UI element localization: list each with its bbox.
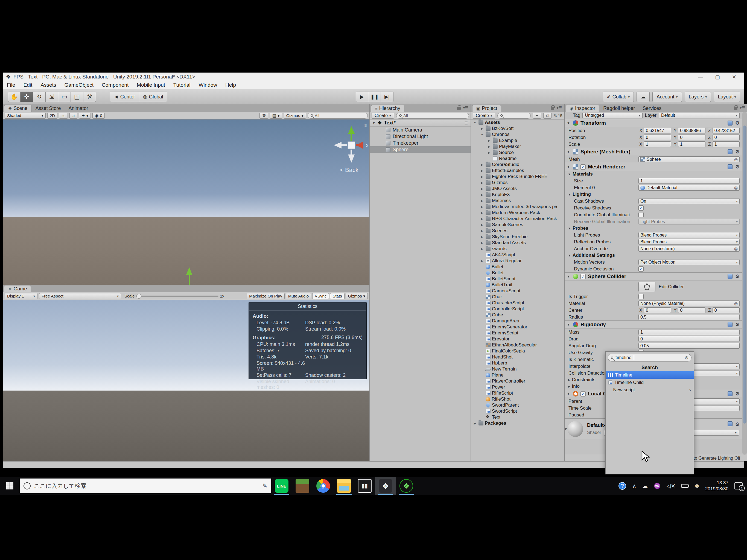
lock-icon[interactable] [551,107,554,110]
project-item-scenes[interactable]: ▶Scenes [471,228,564,234]
hidden-objects-toggle[interactable]: ◉0 [93,113,104,119]
project-item-playmaker[interactable]: ▶PlayMaker [471,144,564,150]
game-button-stats[interactable]: Stats [330,293,344,299]
taskbar-app-line-icon[interactable]: LINE [271,477,292,495]
checkbox[interactable] [639,212,644,218]
project-item-camerascript[interactable]: CameraScript [471,288,564,294]
vector-field[interactable]: 0.9838886 [678,128,705,133]
foldout-icon[interactable]: ▶ [480,187,484,190]
gizmo-back-label[interactable]: < Back [340,167,358,174]
foldout-icon[interactable]: ▼ [567,165,571,169]
object-picker-icon[interactable]: ◎ [734,185,738,190]
tab-services[interactable]: Services [639,105,665,112]
project-item-headshot[interactable]: HeadShot [471,354,564,360]
layer-dropdown[interactable]: Default▾ [659,113,740,119]
foldout-icon[interactable]: ▶ [480,181,484,184]
project-item-example[interactable]: ▶Example [471,137,564,144]
taskbar-app-file-explorer-icon[interactable] [334,477,354,495]
vector-field[interactable]: 0 [713,134,740,140]
object-picker-icon[interactable]: ◎ [734,246,738,251]
tool-button-4[interactable]: ▭ [58,92,71,102]
project-item-swordscript[interactable]: SwordScript [471,408,564,414]
presets-icon[interactable] [728,149,732,154]
component-enabled-checkbox[interactable]: ✓ [581,164,586,170]
effects-dropdown[interactable]: ✦▾ [79,113,91,119]
vector-field[interactable]: 1 [644,142,671,147]
dropdown-field[interactable]: Blend Probes▾ [639,239,740,245]
text-field[interactable]: 0 [639,336,740,342]
pivot-toggle-button[interactable]: ◄Center [110,92,139,102]
foldout-icon[interactable]: ▶ [480,259,484,263]
project-item-bullettrail[interactable]: BulletTrail [471,282,564,288]
project-item-standard-assets[interactable]: ▶Standard Assets [471,240,564,246]
volume-muted-icon[interactable]: ◁✕ [667,483,675,489]
tool-button-5[interactable]: ◰ [71,92,83,102]
taskbar-app-unity-icon[interactable]: ❖ [375,477,396,495]
tab-scene[interactable]: ❖Scene [4,105,32,112]
presets-icon[interactable] [728,391,732,396]
dropdown-field[interactable]: Blend Probes▾ [639,232,740,238]
project-item-characterscript[interactable]: CharacterScript [471,300,564,306]
vector-field[interactable]: 1 [678,142,705,147]
project-item-medieval-melee-3d-weapons-pa[interactable]: ▶Medieval melee 3d weapons pa [471,204,564,210]
project-item-bulletscript[interactable]: BulletScript [471,276,564,282]
scene-viewport[interactable]: x < Back ⚿ [3,120,369,285]
menu-file[interactable]: File [7,82,15,88]
draw-mode-dropdown[interactable]: Shaded▾ [5,113,46,119]
foldout-icon[interactable]: ▼ [473,121,477,124]
hierarchy-item-timekeeper[interactable]: Timekeeper [370,140,470,146]
project-item-modern-weapons-pack[interactable]: ▶Modern Weapons Pack [471,210,564,216]
onedrive-icon[interactable]: ☁ [642,483,648,489]
project-search-input[interactable] [497,113,531,119]
foldout-icon[interactable]: ▶ [480,175,484,179]
project-item-ethanalbedospecular[interactable]: EthanAlbedoSpecular [471,342,564,348]
foldout-icon[interactable]: ▶ [487,139,491,143]
scene-root-row[interactable]: ▼ ❖ Text* ☰ [370,120,470,127]
project-item-readme[interactable]: Readme [471,156,564,161]
display-dropdown[interactable]: Display 1▾ [5,293,37,299]
tool-button-1[interactable]: ✜ [21,92,33,102]
object-field[interactable]: Default-Material◎ [639,185,740,190]
foldout-icon[interactable]: ▶ [565,427,567,430]
tool-button-6[interactable]: ⚒ [83,92,96,102]
gear-icon[interactable]: ⚙ [735,149,740,155]
scrollbar-thumb[interactable] [743,126,746,424]
hierarchy-search-input[interactable]: All [396,113,469,119]
taskbar-search-box[interactable]: ここに入力して検索 ✎ [20,479,271,493]
project-item-power[interactable]: Power [471,384,564,390]
project-item-skyserie-freebie[interactable]: ▶SkySerie Freebie [471,234,564,240]
project-item-materials[interactable]: ▶Materials [471,198,564,204]
lock-icon[interactable] [457,107,461,110]
hierarchy-item-sphere[interactable]: Sphere [370,146,470,153]
project-item-source[interactable]: ▶Source [471,150,564,156]
camera-settings-dropdown[interactable]: ▤▾ [270,113,282,119]
popup-item-timeline-child[interactable]: Timeline Child [606,379,694,386]
foldout-icon[interactable]: ▶ [480,205,484,209]
project-item-enemyscript[interactable]: EnemyScript [471,330,564,336]
presets-icon[interactable] [728,164,732,169]
checkbox[interactable] [639,294,644,299]
object-field[interactable]: None (Physic Material)◎ [639,301,740,306]
project-item-swords[interactable]: ▶swords [471,246,564,252]
close-button[interactable]: ✕ [732,74,736,80]
object-field[interactable]: Sphere◎ [639,156,740,162]
scene-search-input[interactable]: All [308,113,368,119]
clear-search-icon[interactable]: ⊗ [685,355,689,361]
foldout-icon[interactable]: ▼ [567,275,571,278]
gear-icon[interactable]: ⚙ [735,120,740,126]
project-item-playercontroller[interactable]: PlayerController [471,378,564,384]
inspector-scrollbar[interactable] [742,112,747,455]
component-header-transform[interactable]: ▼Transform⚙ [565,119,742,127]
vector-field[interactable]: 0 [678,134,705,140]
project-item-finalcolorsepia[interactable]: FinalColorSepia [471,348,564,354]
tab-game[interactable]: ❖Game [4,285,31,292]
foldout-icon[interactable]: ▼ [480,133,484,136]
project-item-rifleshot[interactable]: RifleShot [471,396,564,402]
object-field[interactable]: None (Transform)◎ [639,246,740,252]
foldout-icon[interactable]: ▶ [480,193,484,197]
foldout-lighting[interactable]: ▼Lighting [565,191,742,198]
game-button-gizmos[interactable]: Gizmos▾ [345,293,368,299]
project-item-damagearea[interactable]: DamageArea [471,318,564,324]
scale-slider[interactable] [136,296,218,297]
network-icon[interactable]: ♒ [654,483,661,489]
